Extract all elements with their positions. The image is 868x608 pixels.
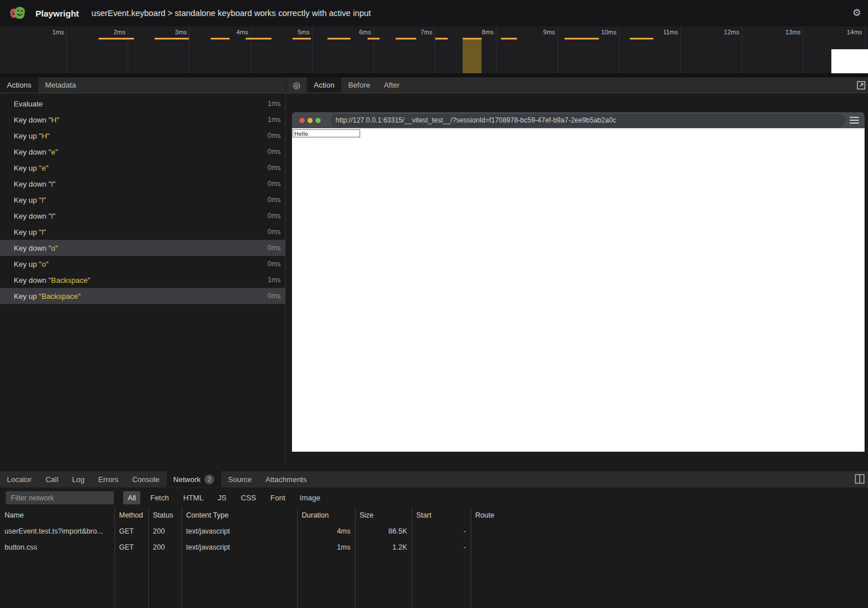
- timeline[interactable]: 1ms2ms3ms4ms5ms6ms7ms8ms9ms10ms11ms12ms1…: [0, 26, 868, 73]
- timeline-action-bar[interactable]: [463, 38, 482, 40]
- action-row[interactable]: Key up "e"0ms: [0, 160, 285, 176]
- action-row[interactable]: Key down "o"0ms: [0, 240, 285, 256]
- action-row[interactable]: Key down "H"1ms: [0, 112, 285, 128]
- tab-locator[interactable]: Locator: [0, 471, 38, 487]
- timeline-action-bar[interactable]: [211, 38, 230, 40]
- table-cell: 1ms: [297, 543, 355, 551]
- action-title: Evaluate: [14, 100, 43, 108]
- action-row[interactable]: Key up "Backspace"0ms: [0, 288, 285, 304]
- chip-js[interactable]: JS: [213, 491, 231, 504]
- split-view-icon[interactable]: [855, 474, 865, 484]
- filter-network-input[interactable]: [6, 491, 114, 504]
- chip-font[interactable]: Font: [266, 491, 290, 504]
- timeline-action-bar[interactable]: [155, 38, 189, 40]
- tab-action[interactable]: Action: [307, 77, 341, 93]
- action-row[interactable]: Evaluate1ms: [0, 96, 285, 112]
- chip-fetch[interactable]: Fetch: [145, 491, 173, 504]
- menu-icon[interactable]: [850, 117, 859, 124]
- timeline-tick-label: 5ms: [298, 29, 310, 35]
- chip-html[interactable]: HTML: [179, 491, 208, 504]
- table-row[interactable]: userEvent.test.ts?import&bro...GET200tex…: [0, 523, 868, 539]
- action-row[interactable]: Key down "e"0ms: [0, 144, 285, 160]
- timeline-tick[interactable]: 6ms: [313, 26, 374, 73]
- tab-after[interactable]: After: [377, 77, 406, 93]
- horizontal-splitter[interactable]: [0, 73, 868, 77]
- tab-network[interactable]: Network2: [167, 471, 222, 487]
- action-key-value: e: [51, 148, 55, 156]
- timeline-selected-region[interactable]: [463, 38, 482, 73]
- tab-metadata[interactable]: Metadata: [38, 77, 83, 93]
- action-title: Key up "l": [14, 196, 46, 204]
- table-row[interactable]: button.cssGET200text/javascript1ms1.2K-: [0, 539, 868, 555]
- action-row[interactable]: Key up "l"0ms: [0, 192, 285, 208]
- action-row[interactable]: Key up "H"0ms: [0, 128, 285, 144]
- action-row[interactable]: Key down "Backspace"1ms: [0, 272, 285, 288]
- column-header: Duration: [297, 511, 355, 519]
- tab-source[interactable]: Source: [221, 471, 258, 487]
- column-header: Start: [412, 511, 471, 519]
- timeline-tick[interactable]: 10ms: [558, 26, 620, 73]
- timeline-action-bar[interactable]: [98, 38, 134, 40]
- table-cell: 200: [148, 527, 182, 535]
- timeline-screenshot-thumbnail[interactable]: [831, 49, 868, 73]
- table-cell: button.css: [0, 543, 115, 551]
- page-screenshot: [292, 128, 865, 452]
- timeline-tick[interactable]: 11ms: [620, 26, 681, 73]
- action-row[interactable]: Key up "l"0ms: [0, 224, 285, 240]
- timeline-tick[interactable]: 5ms: [251, 26, 313, 73]
- action-duration: 0ms: [267, 196, 281, 204]
- timeline-action-bar[interactable]: [435, 38, 448, 40]
- chip-image[interactable]: Image: [295, 491, 325, 504]
- timeline-action-bar[interactable]: [293, 38, 311, 40]
- chip-css[interactable]: CSS: [236, 491, 261, 504]
- action-row[interactable]: Key down "l"0ms: [0, 176, 285, 192]
- timeline-tick-label: 4ms: [236, 29, 248, 35]
- timeline-tick-label: 11ms: [663, 29, 678, 35]
- settings-gear-icon[interactable]: ⚙: [853, 7, 861, 19]
- action-duration: 1ms: [267, 100, 281, 108]
- open-external-icon[interactable]: [857, 81, 866, 90]
- timeline-action-bar[interactable]: [328, 38, 350, 40]
- timeline-tick[interactable]: 13ms: [742, 26, 803, 73]
- tab-errors[interactable]: Errors: [91, 471, 125, 487]
- timeline-action-bar[interactable]: [501, 38, 517, 40]
- action-duration: 0ms: [267, 292, 281, 300]
- action-row[interactable]: Key up "o"0ms: [0, 256, 285, 272]
- column-header: Route: [471, 511, 868, 519]
- timeline-action-bar[interactable]: [396, 38, 416, 40]
- timeline-tick[interactable]: 7ms: [374, 26, 435, 73]
- table-cell: 200: [148, 543, 182, 551]
- snapshot-tab-strip: ◎ ActionBeforeAfter: [286, 77, 868, 93]
- tab-console[interactable]: Console: [125, 471, 167, 487]
- timeline-tick[interactable]: 2ms: [67, 26, 128, 73]
- timeline-tick[interactable]: 3ms: [128, 26, 190, 73]
- timeline-tick[interactable]: 4ms: [190, 26, 251, 73]
- action-row[interactable]: Key down "l"0ms: [0, 208, 285, 224]
- column-header: Size: [355, 511, 412, 519]
- timeline-action-bar[interactable]: [630, 38, 653, 40]
- action-key-value: l: [42, 228, 44, 236]
- column-header: Name: [0, 511, 115, 519]
- action-duration: 0ms: [267, 228, 281, 236]
- tab-before[interactable]: Before: [341, 77, 377, 93]
- timeline-action-bar[interactable]: [246, 38, 271, 40]
- timeline-tick[interactable]: 12ms: [681, 26, 742, 73]
- timeline-tick[interactable]: 9ms: [496, 26, 558, 73]
- table-cell: 4ms: [297, 527, 355, 535]
- timeline-action-bar[interactable]: [368, 38, 380, 40]
- tab-attachments[interactable]: Attachments: [258, 471, 313, 487]
- pick-locator-target-icon[interactable]: ◎: [289, 78, 305, 92]
- tab-call[interactable]: Call: [38, 471, 65, 487]
- page-text-input[interactable]: [293, 129, 360, 137]
- tab-log[interactable]: Log: [65, 471, 92, 487]
- chip-all[interactable]: All: [123, 491, 140, 504]
- timeline-tick[interactable]: 1ms: [0, 26, 67, 73]
- action-title: Key down "e": [14, 148, 58, 156]
- timeline-tick-label: 9ms: [543, 29, 555, 35]
- header-bar: Playwright userEvent.keyboard > standalo…: [0, 0, 868, 26]
- action-duration: 0ms: [267, 164, 281, 172]
- action-title: Key down "l": [14, 180, 56, 188]
- timeline-action-bar[interactable]: [565, 38, 599, 40]
- tab-actions[interactable]: Actions: [0, 77, 38, 93]
- column-header: Content Type: [182, 511, 297, 519]
